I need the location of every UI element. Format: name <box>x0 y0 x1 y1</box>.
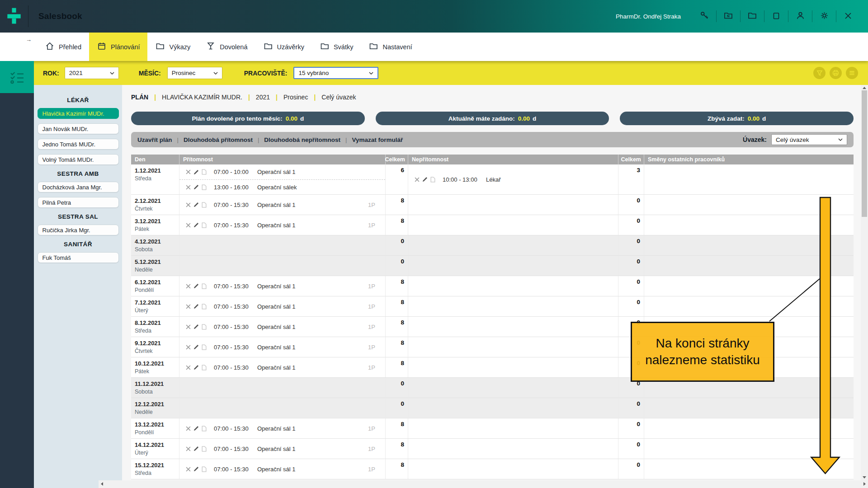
scroll-down-icon[interactable] <box>863 476 866 479</box>
presence-cell[interactable] <box>179 398 386 418</box>
delete-entry-button[interactable] <box>186 284 191 289</box>
absence-cell[interactable] <box>408 398 618 418</box>
presence-cell[interactable] <box>179 256 386 276</box>
note-entry-button[interactable] <box>202 344 207 350</box>
delete-entry-button[interactable] <box>186 202 191 207</box>
note-entry-button[interactable] <box>202 222 207 228</box>
edit-entry-button[interactable] <box>193 426 199 431</box>
edit-entry-button[interactable] <box>193 365 199 370</box>
delete-entry-button[interactable] <box>186 426 191 431</box>
other-shifts-cell[interactable] <box>644 164 854 194</box>
presence-cell[interactable]: 07:00 - 15:30 Operační sál 1 1P <box>179 459 386 479</box>
tab-1[interactable]: Plánování <box>89 33 148 61</box>
edit-entry-button[interactable] <box>193 304 199 309</box>
edit-entry-button[interactable] <box>193 222 199 228</box>
presence-cell[interactable]: 07:00 - 15:30 Operační sál 1 1P <box>179 296 386 316</box>
absence-cell[interactable]: 10:00 - 13:00 Lékař <box>408 164 618 194</box>
edit-entry-button[interactable] <box>193 344 199 350</box>
scroll-up-icon[interactable] <box>863 87 866 89</box>
staff-item[interactable]: Pilná Petra <box>38 197 119 208</box>
key-button[interactable] <box>693 0 716 33</box>
absence-cell[interactable] <box>408 195 618 215</box>
other-shifts-cell[interactable] <box>644 256 854 276</box>
presence-cell[interactable]: 07:00 - 15:30 Operační sál 1 1P <box>179 317 386 337</box>
absence-cell[interactable] <box>408 296 618 316</box>
presence-cell[interactable]: 07:00 - 15:30 Operační sál 1 1P <box>179 337 386 357</box>
absence-cell[interactable] <box>408 439 618 459</box>
staff-item[interactable]: Docházková Jana Mgr. <box>38 182 119 192</box>
print-button[interactable] <box>830 67 842 79</box>
tab-4[interactable]: Uzávěrky <box>255 33 312 61</box>
absence-cell[interactable] <box>408 256 618 276</box>
absence-cell[interactable] <box>408 215 618 235</box>
toolbar-action[interactable]: Vymazat formulář <box>352 136 403 143</box>
uvazek-select[interactable]: Celý úvazek <box>771 134 847 145</box>
edit-entry-button[interactable] <box>193 446 199 451</box>
folder-button[interactable] <box>741 0 764 33</box>
other-shifts-cell[interactable] <box>644 215 854 235</box>
delete-entry-button[interactable] <box>186 185 191 190</box>
year-select[interactable]: 2021 <box>65 67 119 79</box>
scroll-right-icon[interactable] <box>863 482 866 486</box>
delete-entry-button[interactable] <box>186 467 191 472</box>
staff-item[interactable]: Hlavička Kazimír MUDr. <box>38 108 119 119</box>
tab-2[interactable]: Výkazy <box>147 33 198 61</box>
tab-3[interactable]: Dovolená <box>198 33 255 61</box>
presence-cell[interactable] <box>179 378 386 398</box>
note-entry-button[interactable] <box>430 177 435 183</box>
tab-5[interactable]: Svátky <box>312 33 361 61</box>
gear-button[interactable] <box>812 0 836 33</box>
edit-entry-button[interactable] <box>193 202 199 207</box>
edit-entry-button[interactable] <box>193 466 199 472</box>
toolbar-action[interactable]: Uzavřít plán <box>137 136 172 143</box>
presence-cell[interactable] <box>179 235 386 255</box>
staff-item[interactable]: Ručička Jirka Mgr. <box>38 225 119 235</box>
edit-entry-button[interactable] <box>193 324 199 329</box>
close-button[interactable] <box>836 0 860 33</box>
absence-cell[interactable] <box>408 378 618 398</box>
presence-cell[interactable]: 07:00 - 15:30 Operační sál 1 1P <box>179 418 386 438</box>
delete-entry-button[interactable] <box>186 446 191 451</box>
absence-cell[interactable] <box>408 317 618 337</box>
note-entry-button[interactable] <box>202 184 207 190</box>
staff-item[interactable]: Jan Novák MUDr. <box>38 123 119 134</box>
absence-cell[interactable] <box>408 418 618 438</box>
edit-entry-button[interactable] <box>193 184 199 190</box>
delete-entry-button[interactable] <box>186 304 191 309</box>
other-shifts-cell[interactable] <box>644 398 854 418</box>
month-select[interactable]: Prosinec <box>167 67 222 79</box>
note-entry-button[interactable] <box>202 283 207 289</box>
delete-entry-button[interactable] <box>186 223 191 228</box>
forward-arrow-icon[interactable]: → <box>26 36 32 43</box>
note-entry-button[interactable] <box>202 202 207 208</box>
toolbar-action[interactable]: Dlouhodobá přítomnost <box>184 136 253 143</box>
edit-entry-button[interactable] <box>193 283 199 289</box>
note-entry-button[interactable] <box>202 446 207 452</box>
absence-cell[interactable] <box>408 235 618 255</box>
absence-cell[interactable] <box>408 276 618 296</box>
menu-button[interactable] <box>846 67 858 79</box>
edit-entry-button[interactable] <box>193 169 199 175</box>
presence-cell[interactable]: 07:00 - 10:00 Operační sál 1 13:00 - 16:… <box>179 164 386 194</box>
filter-funnel-button[interactable] <box>813 67 826 79</box>
note-entry-button[interactable] <box>202 466 207 472</box>
absence-cell[interactable] <box>408 459 618 479</box>
note-entry-button[interactable] <box>202 324 207 330</box>
horizontal-scrollbar[interactable] <box>99 480 868 488</box>
other-shifts-cell[interactable] <box>644 195 854 215</box>
other-shifts-cell[interactable] <box>644 296 854 316</box>
delete-entry-button[interactable] <box>186 345 191 350</box>
presence-cell[interactable]: 07:00 - 15:30 Operační sál 1 1P <box>179 195 386 215</box>
delete-entry-button[interactable] <box>186 169 191 174</box>
tab-6[interactable]: Nastavení <box>361 33 420 61</box>
vertical-scrollbar[interactable] <box>861 85 868 480</box>
other-shifts-cell[interactable] <box>644 439 854 459</box>
user-button[interactable] <box>788 0 812 33</box>
note-entry-button[interactable] <box>202 426 207 432</box>
note-entry-button[interactable] <box>202 304 207 310</box>
note-entry-button[interactable] <box>202 169 207 175</box>
tab-0[interactable]: Přehled <box>37 33 89 61</box>
scroll-left-icon[interactable] <box>101 482 103 486</box>
delete-entry-button[interactable] <box>186 324 191 329</box>
other-shifts-cell[interactable] <box>644 235 854 255</box>
